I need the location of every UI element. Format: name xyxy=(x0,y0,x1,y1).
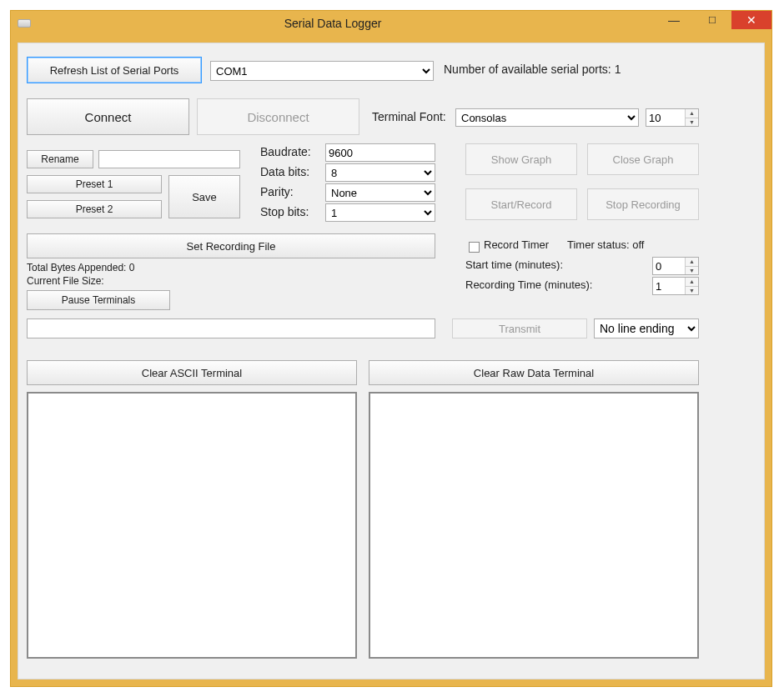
show-graph-button: Show Graph xyxy=(465,143,577,175)
ports-count-label: Number of available serial ports: 1 xyxy=(444,63,621,76)
parity-select[interactable]: None xyxy=(325,183,435,202)
start-record-button: Start/Record xyxy=(465,188,577,220)
transmit-button: Transmit xyxy=(452,318,587,338)
line-ending-select[interactable]: No line ending xyxy=(594,318,699,338)
port-select[interactable]: COM1 xyxy=(210,61,434,81)
terminal-font-select[interactable]: Consolas xyxy=(455,108,639,127)
start-time-label: Start time (minutes): xyxy=(465,258,563,271)
preset2-button[interactable]: Preset 2 xyxy=(27,200,162,218)
rec-time-up-icon[interactable]: ▲ xyxy=(686,278,698,287)
save-button[interactable]: Save xyxy=(168,175,240,218)
terminal-font-label: Terminal Font: xyxy=(372,110,446,123)
total-bytes-label: Total Bytes Appended: 0 xyxy=(27,262,134,273)
baudrate-label: Baudrate: xyxy=(260,145,311,158)
stopbits-select[interactable]: 1 xyxy=(325,203,435,222)
transmit-input[interactable] xyxy=(27,318,435,338)
raw-terminal[interactable] xyxy=(369,392,699,659)
preset1-button[interactable]: Preset 1 xyxy=(27,175,162,193)
window-title: Serial Data Logger xyxy=(11,17,655,30)
timer-status-label: Timer status: off xyxy=(567,238,644,251)
stopbits-label: Stop bits: xyxy=(260,205,309,218)
start-time-up-icon[interactable]: ▲ xyxy=(686,258,698,267)
connect-button[interactable]: Connect xyxy=(27,98,189,135)
font-size-stepper[interactable] xyxy=(646,109,685,126)
set-recording-file-button[interactable]: Set Recording File xyxy=(27,233,435,258)
font-size-down-icon[interactable]: ▼ xyxy=(686,118,698,127)
databits-label: Data bits: xyxy=(260,165,309,178)
current-filesize-label: Current File Size: xyxy=(27,275,104,287)
disconnect-button: Disconnect xyxy=(197,98,359,135)
refresh-ports-button[interactable]: Refresh List of Serial Ports xyxy=(27,57,202,83)
baudrate-input[interactable] xyxy=(325,143,435,162)
close-button[interactable]: ✕ xyxy=(731,11,771,29)
clear-raw-button[interactable]: Clear Raw Data Terminal xyxy=(369,360,699,385)
databits-select[interactable]: 8 xyxy=(325,163,435,182)
record-timer-checkbox[interactable] xyxy=(469,242,480,253)
parity-label: Parity: xyxy=(260,185,294,198)
client-area: Refresh List of Serial Ports COM1 Number… xyxy=(18,43,765,679)
rename-input[interactable] xyxy=(98,150,240,168)
record-timer-label: Record Timer xyxy=(484,238,549,251)
app-icon xyxy=(18,19,31,28)
app-window: Serial Data Logger — ☐ ✕ Refresh List of… xyxy=(10,10,772,687)
titlebar: Serial Data Logger — ☐ ✕ xyxy=(11,11,771,36)
ascii-terminal[interactable] xyxy=(27,392,357,659)
close-graph-button: Close Graph xyxy=(587,143,699,175)
start-time-stepper[interactable] xyxy=(653,258,685,274)
maximize-button[interactable]: ☐ xyxy=(693,11,731,29)
recording-time-stepper[interactable] xyxy=(653,278,685,294)
font-size-up-icon[interactable]: ▲ xyxy=(686,109,698,118)
rename-button[interactable]: Rename xyxy=(27,150,93,168)
recording-time-label: Recording Time (minutes): xyxy=(465,278,592,291)
minimize-button[interactable]: — xyxy=(655,11,693,29)
pause-terminals-button[interactable]: Pause Terminals xyxy=(27,290,170,310)
clear-ascii-button[interactable]: Clear ASCII Terminal xyxy=(27,360,357,385)
start-time-down-icon[interactable]: ▼ xyxy=(686,267,698,275)
rec-time-down-icon[interactable]: ▼ xyxy=(686,287,698,295)
stop-recording-button: Stop Recording xyxy=(587,188,699,220)
